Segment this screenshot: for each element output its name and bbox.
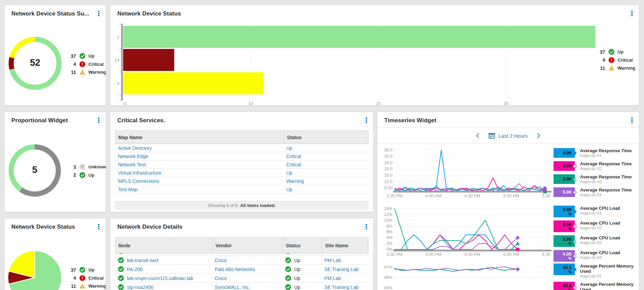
table-row[interactable]: Active DirectoryUp [115,144,368,152]
node-link[interactable]: stp-nsa2400 [127,284,153,290]
site-name-link[interactable]: PM Lab [324,258,341,263]
series-legend-item[interactable]: 2.00Average Response Timemaps-dc-03 [554,174,638,184]
kebab-menu-icon[interactable] [98,11,99,16]
up-check-icon [79,53,85,59]
legend-count: 11 [596,65,605,71]
series-current-value: 0.00 [563,207,571,212]
calendar-icon[interactable] [489,133,495,139]
table-row[interactable]: MPLS ConnectionsWarning [115,177,368,185]
series-legend-item[interactable]: 3.00Average Response Timemaps-dc-02 [554,161,638,171]
kebab-menu-icon[interactable] [366,224,367,229]
status-link[interactable]: Up [286,170,292,176]
kebab-menu-icon[interactable] [366,117,367,123]
vendor-link[interactable]: SonicWALL, Inc. [215,284,250,290]
column-header-map-name[interactable]: Map Name [116,131,284,144]
table-row[interactable]: Network EdgeCritical [115,152,368,160]
svg-text:5.00: 5.00 [384,186,393,190]
series-title: Average CPU Load [580,250,620,255]
map-name-link[interactable]: Virtual Infrastructure [118,170,161,176]
table-body[interactable]: lab-transit-sw3CiscoUpPM LabPA-200Palo A… [115,253,368,290]
column-header-status[interactable]: Status [283,238,322,253]
series-legend-item[interactable]: 5.00Average Response Timemaps-dc-04 [554,187,638,197]
map-name-link[interactable]: MPLS Connections [118,178,159,184]
series-value-chip: 43.1% [554,263,575,275]
site-name-cell: PM Lab [322,276,368,281]
status-cell: Up [282,257,322,263]
table-row[interactable]: PA-200Palo Alto NetworksUpSE Training La… [115,265,368,274]
legend-item: 37Up [67,266,106,274]
svg-text:30: 30 [504,101,508,105]
map-name-link[interactable]: Test Map [118,187,138,192]
map-name-cell: Network Test [115,162,283,167]
status-link[interactable]: Up [286,145,292,151]
table-row[interactable]: lab-vnqm-cucm115.callman.labCiscoUpPM La… [115,274,368,283]
vendor-link[interactable]: Cisco [215,258,227,263]
table-footer: Showing 6 of 6. All items loaded. [115,201,368,210]
table-row[interactable]: lab-transit-sw3CiscoUpPM Lab [115,256,368,265]
map-name-link[interactable]: Network Test [118,162,146,167]
legend-item: 3?Unknown [67,163,106,171]
series-legend-item[interactable]: 4.00Average Response Timemaps-dc-01 [554,148,638,158]
site-name-link[interactable]: PM Lab [324,276,341,281]
node-link[interactable]: lab-transit-sw3 [127,258,158,263]
svg-text:20: 20 [376,101,381,105]
diamond-marker-icon [573,190,577,194]
map-name-link[interactable]: Network Edge [118,154,148,159]
status-cell: Up [282,266,322,272]
svg-text:15.0: 15.0 [384,173,393,178]
status-cell: Warning [283,178,368,184]
series-value-chip: 0.00% [554,220,575,232]
legend-label: Warning [88,70,106,75]
widget-header: Critical Services. [110,112,373,127]
diamond-marker-icon [573,254,577,258]
table-header: Node Vendor Status Site Name [115,237,368,253]
status-cell: Up [283,145,368,151]
kebab-menu-icon[interactable] [631,117,633,123]
series-title: Average Response Time [580,174,632,179]
next-range-button[interactable] [537,133,541,138]
svg-text:10: 10 [248,101,253,105]
previous-range-button[interactable] [475,133,480,138]
series-legend-item[interactable]: 43.1%Average Percent Memory Usedmaps-dc-… [554,263,638,279]
kebab-menu-icon[interactable] [631,11,633,16]
widget-header: Network Device Status [110,5,639,20]
square-marker-icon [573,286,577,290]
column-header-node[interactable]: Node [116,238,212,253]
node-cell: PA-200 [115,266,212,272]
series-title: Average Percent Memory Used [580,263,638,274]
node-link[interactable]: lab-vnqm-cucm115.callman.lab [127,276,193,281]
series-legend-item[interactable]: 43.8%Average Percent Memory Usedmaps-dc-… [554,282,638,290]
time-range-label[interactable]: Last 2 Hours [498,133,528,139]
series-unit: % [568,288,571,290]
status-link[interactable]: Critical [286,162,301,167]
series-legend-item[interactable]: 0.00%Average CPU Loadmaps-dc-01 [554,206,638,217]
table-row[interactable]: Network TestCritical [115,160,368,169]
table-row[interactable]: Virtual InfrastructureUp [115,169,368,177]
column-header-site-name[interactable]: Site Name [322,238,368,253]
status-legend: 37Up4Critical11Warning [67,52,106,76]
site-name-link[interactable]: SE Training Lab [324,267,359,272]
map-name-link[interactable]: Active Directory [118,145,152,151]
kebab-menu-icon[interactable] [98,117,99,123]
series-legend-item[interactable]: 2.00%Average CPU Loadmaps-dc-03 [554,235,638,247]
site-name-link[interactable]: SE Training Lab [324,284,359,290]
status-link[interactable]: Up [286,187,292,192]
node-link[interactable]: PA-200 [127,267,143,272]
triangle-marker-icon [573,177,577,181]
status-link[interactable]: Critical [286,154,301,159]
series-legend-item[interactable]: 4.00%Average CPU Loadmaps-dc-04 [554,250,638,262]
svg-text:3: 3 [117,81,119,86]
table-row[interactable]: stp-nsa2400SonicWALL, Inc.UpSE Training … [115,283,368,290]
column-header-vendor[interactable]: Vendor [212,238,283,253]
vendor-link[interactable]: Palo Alto Networks [215,267,255,272]
series-current-value: 4.00 [563,151,571,155]
kebab-menu-icon[interactable] [98,224,99,229]
table-body: Active DirectoryUpNetwork EdgeCriticalNe… [115,144,368,194]
up-check-icon [79,172,85,178]
table-row[interactable]: Test MapUp [115,185,368,194]
series-legend-item[interactable]: 0.00%Average CPU Loadmaps-dc-02 [554,220,638,232]
status-link[interactable]: Warning [286,178,304,184]
vendor-link[interactable]: Cisco [215,276,227,281]
series-unit: % [568,212,571,216]
column-header-status[interactable]: Status [284,131,368,144]
